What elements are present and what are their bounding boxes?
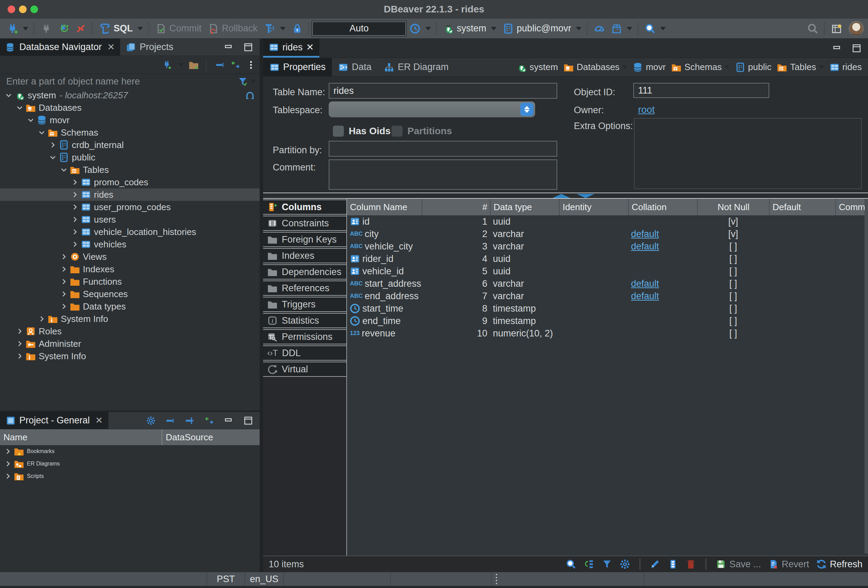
partitions-checkbox[interactable] (391, 125, 403, 137)
collation-link[interactable]: default (631, 279, 659, 289)
link-editor-icon[interactable] (230, 60, 241, 70)
grid-header-identity[interactable]: Identity (559, 199, 628, 215)
tree-expander-icon[interactable] (70, 178, 80, 186)
column-row-end_address[interactable]: ABCend_address7varchardefault[ ] (347, 290, 868, 302)
tree-expander-icon[interactable] (48, 153, 58, 162)
maximize-panel-icon[interactable] (243, 416, 254, 426)
expand-down-icon[interactable] (577, 194, 595, 198)
side-tab-virtual[interactable]: Virtual (263, 362, 346, 377)
add-column-icon[interactable] (667, 559, 678, 570)
tree-expander-icon[interactable] (3, 460, 13, 468)
collation-link[interactable]: default (631, 229, 659, 239)
column-row-city[interactable]: ABCcity2varchardefault[v] (347, 228, 868, 240)
link-editor-icon[interactable] (204, 416, 215, 426)
tree-expander-icon[interactable] (15, 352, 25, 360)
object-filter-input[interactable]: Enter a part of object name here (0, 74, 260, 89)
breadcrumb-schemas[interactable]: Schemas (670, 62, 731, 72)
statusbar-drag-handle[interactable] (496, 574, 497, 584)
tab-project-general[interactable]: Project - General ✕ (0, 412, 108, 429)
tree-item-public[interactable]: public (0, 151, 260, 164)
collation-link[interactable]: default (631, 241, 659, 252)
grid-header-not-null[interactable]: Not Null (697, 199, 769, 215)
side-tab-columns[interactable]: Columns (263, 199, 346, 215)
tree-expander-icon[interactable] (48, 141, 58, 149)
tab-properties[interactable]: Properties (263, 58, 332, 76)
transaction-history-button[interactable] (406, 21, 434, 37)
comment-input[interactable] (329, 159, 557, 190)
tree-item-views[interactable]: Views (0, 251, 260, 263)
gear-icon[interactable] (146, 416, 156, 426)
commit-mode-combo[interactable]: Auto (312, 21, 406, 36)
column-row-start_time[interactable]: start_time8timestamp[ ] (347, 302, 868, 315)
tree-expander-icon[interactable] (70, 203, 80, 211)
breadcrumb-rides[interactable]: rides (828, 62, 863, 72)
transaction-log-button[interactable] (261, 21, 289, 37)
expand-up-icon[interactable] (552, 194, 570, 198)
grid-header-data-type[interactable]: Data type (490, 199, 559, 215)
breadcrumb-system[interactable]: system (515, 62, 559, 72)
tab-database-navigator[interactable]: Database Navigator ✕ (0, 39, 120, 56)
table-name-input[interactable]: rides (329, 83, 557, 99)
compare-data-button[interactable] (608, 21, 635, 37)
tree-item-data-types[interactable]: Data types (0, 300, 260, 312)
grid-filter-icon[interactable] (601, 559, 613, 570)
side-tab-indexes[interactable]: Indexes (263, 248, 346, 263)
extra-options-box[interactable] (634, 118, 862, 189)
breadcrumb-movr[interactable]: movr (631, 62, 667, 72)
close-tab-icon[interactable]: ✕ (107, 42, 115, 52)
tree-expander-icon[interactable] (37, 128, 47, 137)
right-collapsed-sash[interactable] (865, 199, 868, 554)
tree-expander-icon[interactable] (3, 91, 14, 99)
side-tab-references[interactable]: References (263, 280, 346, 296)
grid-header-default[interactable]: Default (769, 199, 835, 215)
object-id-input[interactable]: 111 (633, 83, 769, 98)
tree-expander-icon[interactable] (25, 116, 36, 124)
disconnect-button[interactable] (72, 21, 89, 37)
tree-expander-icon[interactable] (59, 253, 69, 261)
grid-header-collation[interactable]: Collation (628, 199, 697, 215)
has-oids-checkbox[interactable] (333, 125, 344, 137)
tree-expander-icon[interactable] (3, 472, 13, 480)
close-tab-icon[interactable]: ✕ (95, 415, 103, 426)
tree-item-roles[interactable]: Roles (0, 325, 260, 337)
project-item-scripts[interactable]: Scripts (0, 470, 260, 482)
tree-expander-icon[interactable] (59, 265, 69, 273)
tab-er-diagram[interactable]: ER Diagram (378, 58, 455, 76)
tree-expander-icon[interactable] (70, 190, 80, 199)
new-connection-button[interactable] (3, 21, 31, 37)
tree-item-indexes[interactable]: Indexes (0, 263, 260, 276)
reconnect-button[interactable] (55, 21, 72, 37)
side-tab-statistics[interactable]: iStatistics (263, 313, 346, 328)
close-tab-icon[interactable]: ✕ (306, 42, 314, 53)
column-row-revenue[interactable]: 123revenue10numeric(10, 2)[ ] (347, 327, 868, 340)
save-button[interactable]: Save ... (715, 559, 761, 570)
tree-item-functions[interactable]: Functions (0, 276, 260, 288)
sql-editor-button[interactable]: SQL (96, 21, 146, 37)
column-row-rider_id[interactable]: rider_id4uuid[ ] (347, 253, 868, 265)
tree-item-databases[interactable]: Databases (0, 102, 260, 114)
column-row-end_time[interactable]: end_time9timestamp[ ] (347, 315, 868, 327)
tab-data[interactable]: Data (332, 58, 378, 76)
collapse-all-icon[interactable] (215, 60, 225, 70)
vertical-splitter[interactable] (260, 39, 263, 572)
side-tab-triggers[interactable]: Triggers (263, 297, 346, 312)
grid-sync-icon[interactable] (583, 559, 595, 570)
tree-item-rides[interactable]: rides (0, 189, 260, 201)
grid-settings-icon[interactable] (619, 559, 630, 570)
editor-tab-rides[interactable]: rides ✕ (263, 39, 319, 57)
new-connection-small-icon[interactable] (162, 60, 172, 70)
connect-button[interactable] (38, 21, 55, 37)
tree-expander-icon[interactable] (15, 340, 25, 348)
project-item-bookmarks[interactable]: Bookmarks (0, 445, 260, 458)
search-metadata-button[interactable] (642, 21, 669, 37)
tree-expander-icon[interactable] (70, 215, 80, 224)
side-tab-constraints[interactable]: Constraints (263, 216, 346, 231)
tree-item-user-promo-codes[interactable]: user_promo_codes (0, 201, 260, 213)
grid-search-icon[interactable] (565, 559, 577, 570)
partition-by-input[interactable] (329, 141, 557, 157)
timezone-status[interactable]: PST (207, 572, 244, 586)
lock-button[interactable] (289, 21, 306, 37)
tree-expander-icon[interactable] (37, 315, 47, 323)
quick-search-button[interactable] (804, 21, 822, 37)
column-row-start_address[interactable]: ABCstart_address6varchardefault[ ] (347, 277, 868, 290)
